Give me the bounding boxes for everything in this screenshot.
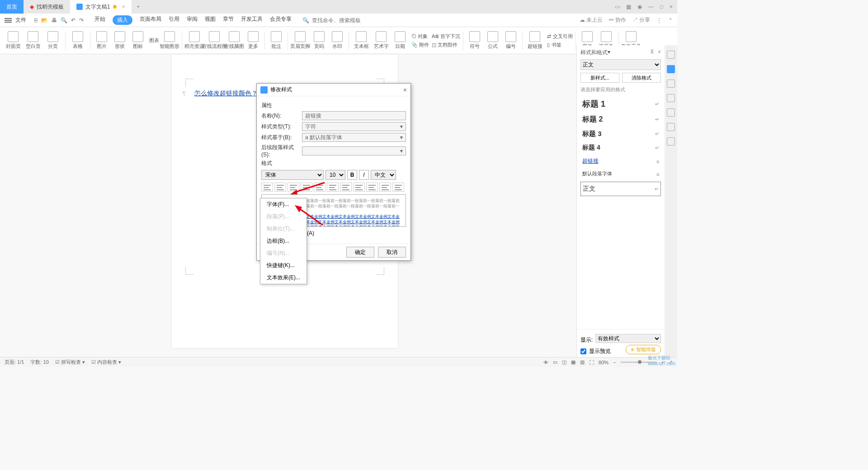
view1-icon[interactable]: ▭ bbox=[553, 359, 557, 365]
maximize-icon[interactable]: □ bbox=[660, 4, 663, 10]
minimize-icon[interactable]: — bbox=[648, 4, 654, 10]
rb-link[interactable]: 超链接 bbox=[525, 28, 544, 53]
italic-button[interactable]: I bbox=[359, 170, 369, 180]
cloud-status[interactable]: ☁ 未上云 bbox=[580, 16, 603, 24]
cancel-button[interactable]: 取消 bbox=[378, 247, 406, 258]
rb-pagenum[interactable]: 页码 bbox=[311, 28, 328, 53]
menu-layout[interactable]: 页面布局 bbox=[140, 15, 161, 25]
ok-button[interactable]: 确定 bbox=[346, 247, 374, 258]
lang-dropdown[interactable]: 中文 bbox=[371, 170, 396, 180]
rb-comment[interactable]: 批注 bbox=[268, 28, 285, 53]
spacing1-icon[interactable] bbox=[314, 183, 326, 192]
menu-font[interactable]: 字体(F)... bbox=[260, 198, 307, 211]
indent3-icon[interactable] bbox=[379, 183, 391, 192]
rb-table[interactable]: 表格 bbox=[68, 28, 87, 53]
layout-icon[interactable]: ▭ bbox=[615, 4, 620, 10]
font-dropdown[interactable]: 宋体 bbox=[261, 170, 324, 180]
spacing3-icon[interactable] bbox=[340, 183, 352, 192]
rb-flow[interactable]: 在线流程图 bbox=[205, 28, 224, 53]
zoom-value[interactable]: 80% bbox=[599, 360, 609, 365]
tool-5-icon[interactable] bbox=[667, 123, 675, 131]
rb-smartart[interactable]: 智能图形 bbox=[160, 28, 179, 53]
rb-shape[interactable]: 形状 bbox=[111, 28, 128, 53]
current-style-dropdown[interactable]: 正文 bbox=[580, 59, 661, 70]
preview-checkbox[interactable] bbox=[580, 348, 586, 354]
tab-home[interactable]: 首页 bbox=[0, 0, 24, 14]
rb-break[interactable]: 分页 bbox=[43, 28, 62, 53]
tool-styles-icon[interactable] bbox=[667, 65, 675, 73]
menu-shortcut[interactable]: 快捷键(K)... bbox=[260, 259, 307, 272]
spacing2-icon[interactable] bbox=[327, 183, 339, 192]
style-h1[interactable]: 标题 1↵ bbox=[580, 96, 661, 112]
base-dropdown[interactable]: a 默认段落字体 bbox=[302, 133, 406, 142]
next-dropdown[interactable] bbox=[302, 146, 406, 155]
rb-icon[interactable]: 图标 bbox=[129, 28, 146, 53]
menu-border[interactable]: 边框(B)... bbox=[260, 235, 307, 247]
rb-wordart[interactable]: 艺术字 bbox=[372, 28, 391, 53]
style-h2[interactable]: 标题 2↵ bbox=[580, 112, 661, 127]
close-window-icon[interactable]: × bbox=[670, 4, 673, 10]
content-check[interactable]: ☑ 内容检查 ▾ bbox=[91, 359, 121, 366]
eye-icon[interactable]: 👁 bbox=[543, 360, 548, 365]
rb-cover[interactable]: 封面页 bbox=[4, 28, 23, 53]
menu-texteffect[interactable]: 文本效果(E)... bbox=[260, 272, 307, 284]
style-defaultfont[interactable]: 默认段落字体a bbox=[580, 168, 661, 180]
view4-icon[interactable]: ▥ bbox=[580, 359, 585, 365]
indent1-icon[interactable] bbox=[353, 183, 365, 192]
rb-header[interactable]: 页眉页脚 bbox=[291, 28, 310, 53]
show-dropdown[interactable]: 有效样式 bbox=[595, 334, 661, 343]
type-dropdown[interactable]: 字符 bbox=[302, 122, 406, 131]
tab-document[interactable]: 文字文稿1× bbox=[70, 0, 132, 14]
rb-formula[interactable]: 公式 bbox=[484, 28, 501, 53]
rb-number[interactable]: 编号 bbox=[502, 28, 519, 53]
fit-icon[interactable]: ⛶ bbox=[589, 360, 594, 365]
undo-icon[interactable]: ↶ bbox=[71, 17, 75, 24]
smart-layout-button[interactable]: ⊕ 智能排版 bbox=[626, 345, 661, 354]
rb-cross[interactable]: ⇄ 交叉引用 bbox=[547, 33, 572, 40]
redo-icon[interactable]: ↷ bbox=[79, 17, 84, 24]
hamburger-icon[interactable] bbox=[5, 18, 12, 23]
clear-format-button[interactable]: 清除格式 bbox=[622, 73, 661, 83]
search-input[interactable] bbox=[312, 17, 375, 24]
rb-dropcap[interactable]: A≣ 首字下沉 bbox=[432, 33, 460, 40]
rb-docpart[interactable]: ◫ 文档部件 bbox=[432, 42, 460, 48]
spell-check[interactable]: ☑ 拼写检查 ▾ bbox=[55, 359, 85, 366]
indent4-icon[interactable] bbox=[392, 183, 404, 192]
style-body[interactable]: 正文↵ bbox=[580, 182, 661, 196]
tool-3-icon[interactable] bbox=[667, 94, 675, 102]
menu-file[interactable]: 文件 bbox=[14, 16, 28, 24]
page-status[interactable]: 页面: 1/1 bbox=[5, 359, 24, 366]
new-icon[interactable]: ⎘ bbox=[34, 17, 38, 24]
preview-icon[interactable]: 🔍 bbox=[61, 17, 67, 24]
tool-6-icon[interactable] bbox=[667, 137, 675, 146]
dialog-close-icon[interactable]: × bbox=[403, 86, 407, 94]
menu-start[interactable]: 开始 bbox=[94, 15, 105, 25]
collapse-icon[interactable]: ⌃ bbox=[668, 17, 673, 24]
avatar-icon[interactable]: ◉ bbox=[637, 4, 642, 10]
tab-templates[interactable]: ◆找稻壳模板 bbox=[24, 0, 70, 14]
coop-button[interactable]: ⚯ 协作 bbox=[609, 16, 626, 24]
rb-mind[interactable]: 在线脑图 bbox=[225, 28, 244, 53]
align-right-icon[interactable] bbox=[288, 183, 299, 192]
menu-review[interactable]: 审阅 bbox=[187, 15, 198, 25]
pin-icon[interactable]: ⊼ bbox=[650, 49, 654, 56]
rb-symbol[interactable]: 符号 bbox=[466, 28, 483, 53]
menu-insert[interactable]: 插入 bbox=[113, 15, 132, 25]
menu-dev[interactable]: 开发工具 bbox=[241, 15, 263, 25]
close-icon[interactable]: × bbox=[122, 4, 125, 10]
menu-chapter[interactable]: 章节 bbox=[223, 15, 234, 25]
new-style-button[interactable]: 新样式... bbox=[580, 73, 619, 83]
tool-1-icon[interactable] bbox=[667, 51, 675, 59]
rb-chart[interactable]: 图表 bbox=[149, 37, 159, 44]
rb-bookmark[interactable]: ▯ 书签 bbox=[547, 42, 572, 48]
print-icon[interactable]: 🖶 bbox=[52, 17, 57, 24]
tool-select-icon[interactable] bbox=[667, 80, 675, 88]
align-justify-icon[interactable] bbox=[301, 183, 312, 192]
rb-more[interactable]: 更多 bbox=[245, 28, 262, 53]
word-count[interactable]: 字数: 10 bbox=[30, 359, 48, 366]
rb-date[interactable]: 日期 bbox=[392, 28, 409, 53]
grid-icon[interactable]: ▦ bbox=[626, 4, 631, 10]
align-center-icon[interactable] bbox=[274, 183, 286, 192]
style-h3[interactable]: 标题 3↵ bbox=[580, 127, 661, 141]
zoom-out-icon[interactable]: − bbox=[613, 360, 616, 365]
